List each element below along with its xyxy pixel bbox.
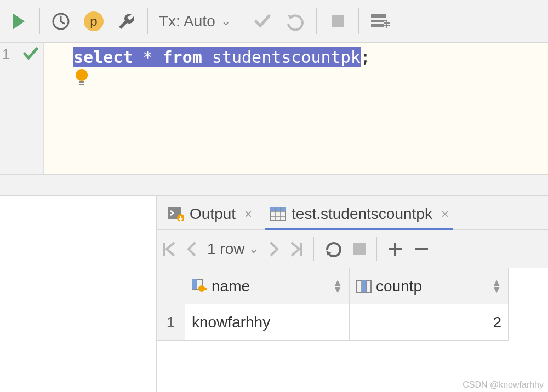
tab-output[interactable]: Output × [163, 200, 256, 229]
svg-rect-15 [353, 243, 366, 255]
divider-bar [0, 174, 548, 196]
lower-pane: Output × test.studentscountpk × 1 row ⌄ [0, 196, 548, 392]
next-page-icon[interactable] [269, 241, 279, 257]
svg-rect-14 [270, 207, 286, 211]
output-icon [168, 207, 184, 221]
tab-label: test.studentscountpk [292, 205, 432, 223]
svg-rect-6 [371, 24, 386, 27]
p-badge-icon: p [83, 10, 105, 32]
results-panel: Output × test.studentscountpk × 1 row ⌄ [157, 196, 548, 392]
cell-name[interactable]: knowfarhhy [185, 304, 350, 341]
code-line: select * from studentscountpk; [44, 46, 370, 68]
svg-rect-10 [79, 84, 84, 85]
column-header-countp[interactable]: countp ▲▼ [350, 268, 509, 304]
sql-identifier: studentscountpk [202, 48, 361, 67]
svg-rect-5 [371, 20, 386, 22]
chevron-down-icon: ⌄ [249, 242, 259, 256]
table-grid-icon [270, 207, 286, 221]
svg-text:p: p [90, 14, 97, 28]
last-page-icon[interactable] [289, 241, 304, 257]
row-count-dropdown[interactable]: 1 row ⌄ [207, 240, 259, 258]
column-name: name [212, 278, 250, 295]
tab-label: Output [190, 205, 236, 223]
stop-icon[interactable] [352, 242, 367, 256]
stop-icon [329, 13, 346, 30]
separator [39, 8, 40, 34]
tab-table[interactable]: test.studentscountpk × [265, 200, 453, 229]
separator [316, 8, 317, 34]
sort-icon[interactable]: ▲▼ [333, 279, 342, 293]
sql-punct: ; [361, 48, 370, 67]
reload-icon[interactable] [324, 240, 342, 258]
result-tabs: Output × test.studentscountpk × [157, 196, 548, 230]
column-header-name[interactable]: name ▲▼ [185, 268, 350, 304]
settings-button[interactable] [111, 6, 142, 37]
svg-rect-21 [362, 280, 367, 292]
profile-button[interactable]: p [78, 6, 109, 37]
grid-header: name ▲▼ countp ▲▼ [157, 268, 548, 304]
sql-editor-area: 1 select * from studentscountpk; [0, 43, 548, 174]
main-toolbar: p Tx: Auto ⌄ [0, 0, 548, 43]
result-grid: name ▲▼ countp ▲▼ 1 knowfarhhy 2 [157, 268, 548, 392]
svg-rect-9 [79, 81, 84, 83]
separator [376, 237, 377, 261]
run-button[interactable] [3, 6, 34, 37]
commit-button[interactable] [247, 6, 278, 37]
side-panel [0, 196, 157, 392]
separator [147, 8, 148, 34]
column-icon [356, 280, 372, 293]
chevron-down-icon: ⌄ [221, 14, 231, 28]
add-row-icon[interactable] [387, 241, 403, 257]
svg-point-8 [76, 69, 88, 81]
table-icon [370, 13, 390, 30]
tx-mode-dropdown[interactable]: Tx: Auto ⌄ [159, 13, 231, 30]
intention-bulb[interactable] [75, 69, 89, 83]
close-icon[interactable]: × [241, 206, 252, 222]
clock-icon [51, 11, 71, 31]
first-page-icon[interactable] [162, 241, 176, 257]
svg-rect-17 [192, 279, 197, 289]
key-column-icon [192, 279, 207, 294]
separator [313, 237, 314, 261]
sort-icon[interactable]: ▲▼ [492, 279, 501, 293]
stop-button[interactable] [322, 6, 353, 37]
row-count-label: 1 row [207, 240, 244, 258]
sql-editor[interactable]: select * from studentscountpk; [44, 43, 548, 174]
sql-keyword: from [163, 48, 202, 67]
history-button[interactable] [45, 6, 76, 37]
row-number: 1 [157, 304, 185, 341]
table-row: 1 knowfarhhy 2 [157, 304, 548, 341]
view-as-table-button[interactable] [364, 6, 395, 37]
corner-cell [157, 268, 185, 304]
results-toolbar: 1 row ⌄ [157, 230, 548, 268]
svg-rect-4 [371, 14, 386, 18]
separator [358, 8, 359, 34]
line-number: 1 [2, 46, 10, 63]
undo-icon [286, 11, 305, 31]
check-icon [253, 11, 272, 31]
svg-rect-19 [204, 288, 207, 290]
watermark: CSDN @knowfarhhy [463, 380, 544, 390]
remove-row-icon[interactable] [413, 241, 430, 257]
wrench-icon [116, 11, 137, 32]
play-icon [9, 12, 28, 31]
close-icon[interactable]: × [438, 206, 449, 222]
cell-countp[interactable]: 2 [350, 304, 509, 341]
check-icon [22, 46, 39, 62]
prev-page-icon[interactable] [186, 241, 197, 257]
sql-text: * [133, 48, 162, 67]
tx-mode-label: Tx: Auto [159, 13, 215, 30]
column-name: countp [376, 278, 422, 295]
svg-rect-3 [332, 15, 344, 27]
rollback-button[interactable] [280, 6, 311, 37]
gutter: 1 [0, 43, 44, 174]
sql-keyword: select [73, 48, 133, 67]
